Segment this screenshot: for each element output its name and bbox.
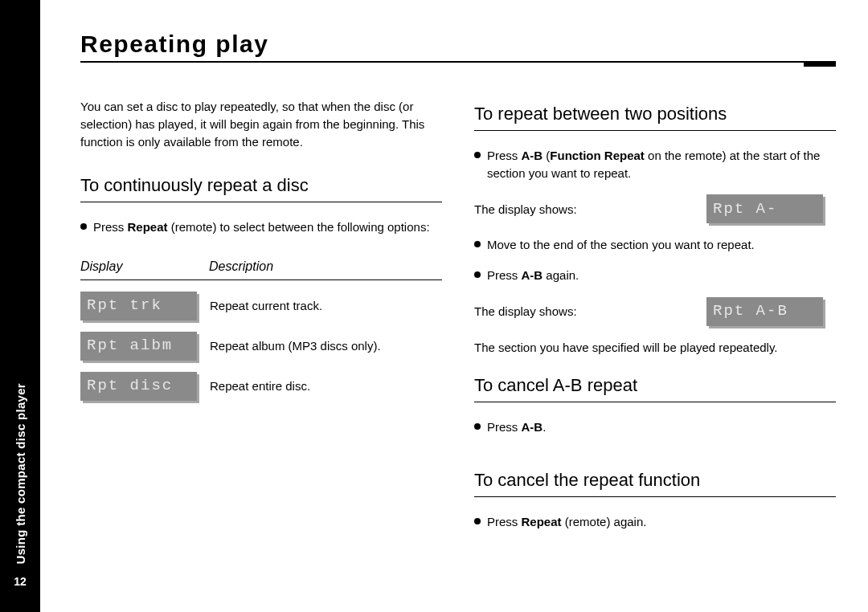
bullet-item: Press Repeat (remote) to select between … — [80, 218, 442, 236]
page-number: 12 — [14, 575, 27, 588]
bullet-item: Press A-B (Function Repeat on the remote… — [474, 147, 836, 182]
lcd-display: Rpt trk — [80, 292, 197, 320]
bullet-item: Press A-B again. — [474, 267, 836, 284]
text: Press — [487, 149, 522, 162]
bullet-item: Move to the end of the section you want … — [474, 236, 836, 254]
bullet-icon — [474, 152, 481, 158]
lcd-display: Rpt A-B — [706, 297, 823, 326]
lcd-text: Rpt A-B — [713, 300, 788, 323]
column-left: You can set a disc to play repeatedly, s… — [80, 98, 442, 544]
row-description: Repeat album (MP3 discs only). — [210, 337, 442, 355]
bullet-text: Move to the end of the section you want … — [487, 236, 836, 254]
table-row: Rpt disc Repeat entire disc. — [80, 372, 442, 401]
text: Press — [487, 420, 522, 434]
row-description: Repeat current track. — [210, 297, 442, 315]
intro-text: You can set a disc to play repeatedly, s… — [80, 98, 442, 150]
lcd-display: Rpt disc — [80, 372, 197, 401]
text: Press — [487, 268, 522, 282]
bullet-icon — [80, 223, 87, 230]
bullet-text: Press A-B again. — [487, 267, 836, 284]
text-bold: A-B — [522, 149, 543, 162]
lcd-text: Rpt trk — [87, 295, 162, 317]
page: Using the compact disc player 12 Repeati… — [0, 0, 868, 612]
text: Press — [93, 220, 128, 234]
lcd-text: Rpt albm — [87, 335, 173, 357]
sidebar: Using the compact disc player 12 — [0, 0, 40, 612]
bullet-icon — [474, 271, 481, 278]
bullet-icon — [474, 423, 481, 430]
bullet-icon — [474, 518, 481, 524]
row-description: Repeat entire disc. — [210, 377, 442, 395]
bullet-item: Press Repeat (remote) again. — [474, 513, 836, 531]
lcd-text: Rpt A- — [713, 198, 777, 221]
bullet-text: Press Repeat (remote) to select between … — [93, 218, 442, 236]
content-area: Repeating play You can set a disc to pla… — [80, 31, 836, 544]
bullet-text: Press Repeat (remote) again. — [487, 513, 836, 531]
col-header-description: Description — [209, 257, 273, 275]
text: again. — [542, 268, 579, 282]
display-shows-row: The display shows: Rpt A-B — [474, 297, 836, 326]
bullet-text: Press A-B (Function Repeat on the remote… — [487, 147, 836, 182]
bullet-icon — [474, 241, 481, 247]
text-bold: A-B — [522, 268, 543, 282]
text: . — [542, 420, 546, 434]
column-right: To repeat between two positions Press A-… — [474, 98, 836, 544]
lcd-display: Rpt A- — [706, 194, 823, 223]
lcd-display: Rpt albm — [80, 332, 197, 361]
section-cancel-repeat: To cancel the repeat function — [474, 467, 836, 497]
chapter-label: Using the compact disc player — [14, 383, 27, 564]
display-shows-row: The display shows: Rpt A- — [474, 194, 836, 223]
text: (remote) to select between the following… — [168, 220, 430, 234]
table-row: Rpt trk Repeat current track. — [80, 292, 442, 320]
section-continuous-repeat: To continuously repeat a disc — [80, 173, 442, 202]
text: Press — [487, 515, 522, 528]
text-bold: Function Repeat — [550, 149, 645, 162]
display-shows-label: The display shows: — [474, 201, 706, 218]
text: ( — [542, 149, 550, 162]
section-repeat-two-positions: To repeat between two positions — [474, 101, 836, 131]
display-shows-label: The display shows: — [474, 303, 706, 320]
columns: You can set a disc to play repeatedly, s… — [80, 98, 836, 544]
col-header-display: Display — [80, 257, 209, 275]
bullet-item: Press A-B. — [474, 418, 836, 436]
section-cancel-ab: To cancel A-B repeat — [474, 373, 836, 402]
page-title: Repeating play — [80, 31, 836, 63]
text-bold: A-B — [522, 420, 543, 434]
text-bold: Repeat — [522, 515, 562, 528]
outro-text: The section you have specified will be p… — [474, 339, 836, 357]
bullet-text: Press A-B. — [487, 418, 836, 436]
text: (remote) again. — [562, 515, 647, 528]
table-row: Rpt albm Repeat album (MP3 discs only). — [80, 332, 442, 361]
table-header: Display Description — [80, 257, 442, 280]
lcd-text: Rpt disc — [87, 375, 173, 398]
text-bold: Repeat — [128, 220, 168, 234]
